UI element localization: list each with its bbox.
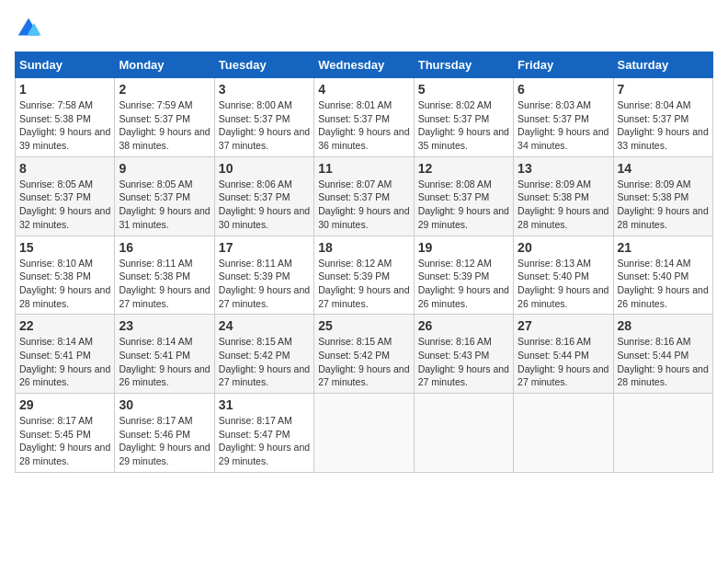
- day-number: 6: [518, 82, 609, 97]
- day-number: 8: [19, 161, 110, 176]
- day-number: 20: [518, 240, 609, 255]
- day-info: Sunrise: 8:17 AM Sunset: 5:46 PM Dayligh…: [119, 414, 210, 468]
- column-header-saturday: Saturday: [613, 52, 712, 78]
- day-number: 9: [119, 161, 210, 176]
- calendar-cell: 20 Sunrise: 8:13 AM Sunset: 5:40 PM Dayl…: [514, 236, 613, 315]
- day-info: Sunrise: 8:16 AM Sunset: 5:44 PM Dayligh…: [618, 335, 709, 389]
- day-info: Sunrise: 8:06 AM Sunset: 5:37 PM Dayligh…: [219, 178, 310, 232]
- calendar-cell: 26 Sunrise: 8:16 AM Sunset: 5:43 PM Dayl…: [414, 315, 513, 394]
- day-info: Sunrise: 8:07 AM Sunset: 5:37 PM Dayligh…: [318, 178, 409, 232]
- day-number: 21: [618, 240, 709, 255]
- day-info: Sunrise: 8:12 AM Sunset: 5:39 PM Dayligh…: [418, 257, 509, 311]
- calendar-cell: [314, 394, 414, 473]
- calendar-cell: 11 Sunrise: 8:07 AM Sunset: 5:37 PM Dayl…: [314, 156, 414, 236]
- calendar-cell: 22 Sunrise: 8:14 AM Sunset: 5:41 PM Dayl…: [16, 315, 115, 394]
- day-number: 14: [618, 161, 709, 176]
- day-number: 13: [518, 161, 609, 176]
- day-info: Sunrise: 8:16 AM Sunset: 5:43 PM Dayligh…: [418, 335, 509, 389]
- calendar: SundayMondayTuesdayWednesdayThursdayFrid…: [15, 52, 713, 473]
- day-info: Sunrise: 8:14 AM Sunset: 5:41 PM Dayligh…: [119, 335, 210, 389]
- day-info: Sunrise: 8:11 AM Sunset: 5:39 PM Dayligh…: [219, 257, 310, 311]
- calendar-cell: 31 Sunrise: 8:17 AM Sunset: 5:47 PM Dayl…: [214, 394, 313, 473]
- day-info: Sunrise: 8:05 AM Sunset: 5:37 PM Dayligh…: [19, 178, 110, 232]
- day-info: Sunrise: 8:05 AM Sunset: 5:37 PM Dayligh…: [119, 178, 210, 232]
- day-info: Sunrise: 8:01 AM Sunset: 5:37 PM Dayligh…: [318, 98, 409, 153]
- day-number: 26: [418, 318, 509, 333]
- day-info: Sunrise: 8:10 AM Sunset: 5:38 PM Dayligh…: [19, 257, 110, 311]
- day-info: Sunrise: 8:14 AM Sunset: 5:40 PM Dayligh…: [618, 257, 709, 311]
- calendar-cell: 7 Sunrise: 8:04 AM Sunset: 5:37 PM Dayli…: [613, 78, 712, 157]
- day-number: 19: [418, 240, 509, 255]
- calendar-cell: 28 Sunrise: 8:16 AM Sunset: 5:44 PM Dayl…: [613, 315, 712, 394]
- day-number: 10: [219, 161, 310, 176]
- calendar-cell: 21 Sunrise: 8:14 AM Sunset: 5:40 PM Dayl…: [613, 236, 712, 315]
- day-info: Sunrise: 8:16 AM Sunset: 5:44 PM Dayligh…: [518, 335, 609, 389]
- logo: [15, 15, 46, 42]
- calendar-cell: 27 Sunrise: 8:16 AM Sunset: 5:44 PM Dayl…: [514, 315, 613, 394]
- calendar-cell: 24 Sunrise: 8:15 AM Sunset: 5:42 PM Dayl…: [214, 315, 313, 394]
- day-info: Sunrise: 7:59 AM Sunset: 5:37 PM Dayligh…: [119, 98, 210, 153]
- day-info: Sunrise: 8:15 AM Sunset: 5:42 PM Dayligh…: [219, 335, 310, 389]
- calendar-cell: 15 Sunrise: 8:10 AM Sunset: 5:38 PM Dayl…: [16, 236, 115, 315]
- column-header-friday: Friday: [514, 52, 613, 78]
- column-header-tuesday: Tuesday: [214, 52, 313, 78]
- calendar-cell: 25 Sunrise: 8:15 AM Sunset: 5:42 PM Dayl…: [314, 315, 414, 394]
- calendar-week-row: 1 Sunrise: 7:58 AM Sunset: 5:38 PM Dayli…: [16, 78, 713, 157]
- day-number: 1: [19, 82, 110, 97]
- day-number: 3: [219, 82, 310, 97]
- calendar-cell: 10 Sunrise: 8:06 AM Sunset: 5:37 PM Dayl…: [214, 156, 313, 236]
- day-number: 16: [119, 240, 210, 255]
- calendar-cell: 6 Sunrise: 8:03 AM Sunset: 5:37 PM Dayli…: [514, 78, 613, 157]
- calendar-cell: 12 Sunrise: 8:08 AM Sunset: 5:37 PM Dayl…: [414, 156, 513, 236]
- day-info: Sunrise: 8:12 AM Sunset: 5:39 PM Dayligh…: [318, 257, 409, 311]
- calendar-cell: 13 Sunrise: 8:09 AM Sunset: 5:38 PM Dayl…: [514, 156, 613, 236]
- day-number: 5: [418, 82, 509, 97]
- day-info: Sunrise: 8:09 AM Sunset: 5:38 PM Dayligh…: [618, 178, 709, 232]
- day-info: Sunrise: 8:14 AM Sunset: 5:41 PM Dayligh…: [19, 335, 110, 389]
- page-header: [15, 15, 713, 42]
- calendar-cell: [514, 394, 613, 473]
- calendar-cell: 9 Sunrise: 8:05 AM Sunset: 5:37 PM Dayli…: [115, 156, 214, 236]
- day-number: 28: [618, 318, 709, 333]
- calendar-week-row: 22 Sunrise: 8:14 AM Sunset: 5:41 PM Dayl…: [16, 315, 713, 394]
- day-info: Sunrise: 8:04 AM Sunset: 5:37 PM Dayligh…: [618, 98, 709, 153]
- day-info: Sunrise: 8:08 AM Sunset: 5:37 PM Dayligh…: [418, 178, 509, 232]
- day-info: Sunrise: 8:03 AM Sunset: 5:37 PM Dayligh…: [518, 98, 609, 153]
- day-number: 15: [19, 240, 110, 255]
- day-number: 2: [119, 82, 210, 97]
- calendar-cell: 30 Sunrise: 8:17 AM Sunset: 5:46 PM Dayl…: [115, 394, 214, 473]
- day-info: Sunrise: 8:17 AM Sunset: 5:45 PM Dayligh…: [19, 414, 110, 468]
- calendar-cell: 4 Sunrise: 8:01 AM Sunset: 5:37 PM Dayli…: [314, 78, 414, 157]
- calendar-week-row: 8 Sunrise: 8:05 AM Sunset: 5:37 PM Dayli…: [16, 156, 713, 236]
- calendar-cell: 29 Sunrise: 8:17 AM Sunset: 5:45 PM Dayl…: [16, 394, 115, 473]
- day-number: 18: [318, 240, 409, 255]
- day-number: 17: [219, 240, 310, 255]
- day-info: Sunrise: 8:15 AM Sunset: 5:42 PM Dayligh…: [318, 335, 409, 389]
- calendar-cell: [414, 394, 513, 473]
- day-number: 30: [119, 397, 210, 412]
- day-number: 27: [518, 318, 609, 333]
- column-header-monday: Monday: [115, 52, 214, 78]
- calendar-cell: 3 Sunrise: 8:00 AM Sunset: 5:37 PM Dayli…: [214, 78, 313, 157]
- calendar-cell: 8 Sunrise: 8:05 AM Sunset: 5:37 PM Dayli…: [16, 156, 115, 236]
- calendar-cell: 14 Sunrise: 8:09 AM Sunset: 5:38 PM Dayl…: [613, 156, 712, 236]
- day-number: 11: [318, 161, 409, 176]
- calendar-cell: 23 Sunrise: 8:14 AM Sunset: 5:41 PM Dayl…: [115, 315, 214, 394]
- day-info: Sunrise: 8:17 AM Sunset: 5:47 PM Dayligh…: [219, 414, 310, 468]
- day-number: 24: [219, 318, 310, 333]
- day-info: Sunrise: 7:58 AM Sunset: 5:38 PM Dayligh…: [19, 98, 110, 153]
- day-number: 22: [19, 318, 110, 333]
- day-number: 31: [219, 397, 310, 412]
- calendar-cell: 19 Sunrise: 8:12 AM Sunset: 5:39 PM Dayl…: [414, 236, 513, 315]
- column-header-wednesday: Wednesday: [314, 52, 414, 78]
- day-number: 25: [318, 318, 409, 333]
- day-info: Sunrise: 8:00 AM Sunset: 5:37 PM Dayligh…: [219, 98, 310, 153]
- day-number: 23: [119, 318, 210, 333]
- calendar-header-row: SundayMondayTuesdayWednesdayThursdayFrid…: [16, 52, 713, 78]
- calendar-cell: 2 Sunrise: 7:59 AM Sunset: 5:37 PM Dayli…: [115, 78, 214, 157]
- day-info: Sunrise: 8:11 AM Sunset: 5:38 PM Dayligh…: [119, 257, 210, 311]
- calendar-cell: 5 Sunrise: 8:02 AM Sunset: 5:37 PM Dayli…: [414, 78, 513, 157]
- calendar-week-row: 15 Sunrise: 8:10 AM Sunset: 5:38 PM Dayl…: [16, 236, 713, 315]
- calendar-cell: [613, 394, 712, 473]
- day-number: 7: [618, 82, 709, 97]
